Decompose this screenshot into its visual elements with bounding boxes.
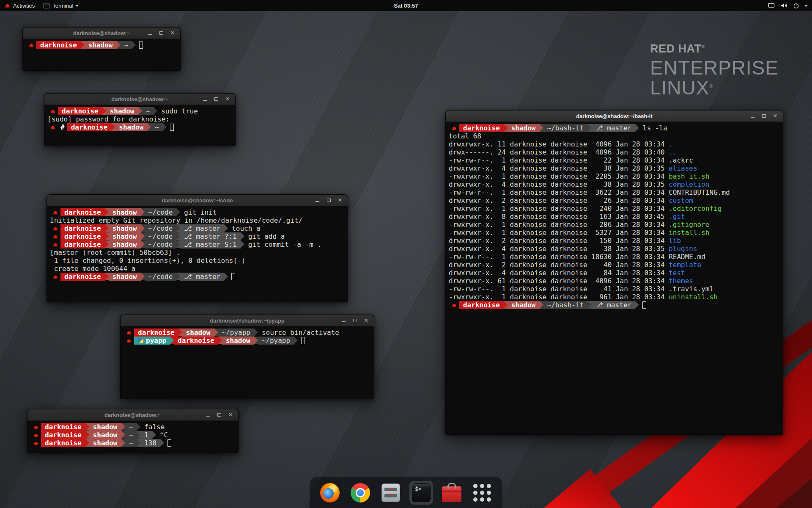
output-text: [master (root-commit) 50bcb63] . — [50, 248, 180, 257]
powerline-arrow — [241, 240, 244, 248]
window-controls: × — [313, 196, 348, 204]
close-button[interactable]: × — [226, 411, 235, 419]
maximize-button[interactable] — [212, 95, 220, 103]
command-text: false — [140, 423, 165, 431]
dock-item-files[interactable] — [379, 481, 403, 505]
path-segment: ~ — [142, 107, 154, 115]
powerline-arrow — [635, 124, 639, 132]
dock-item-firefox[interactable] — [318, 481, 342, 505]
user-segment: darknoise — [36, 41, 81, 49]
terminal-window-home-2[interactable]: darknoise@shadow:~×darknoiseshadow~false… — [27, 409, 239, 453]
system-status-area[interactable]: ▾ — [768, 0, 812, 11]
app-menu-terminal[interactable]: Terminal ▾ — [39, 0, 82, 11]
output-text: total 68 — [449, 132, 481, 140]
maximize-icon — [214, 97, 218, 101]
maximize-button[interactable] — [324, 196, 333, 204]
close-icon: × — [225, 95, 230, 102]
activities-button[interactable]: Activities — [0, 0, 39, 11]
close-button[interactable]: × — [336, 196, 344, 204]
terminal-content[interactable]: darknoiseshadow~/bash-it⎇ masterls -lato… — [446, 122, 783, 311]
dock-item-terminal[interactable]: $> — [409, 481, 433, 505]
close-button[interactable]: × — [362, 316, 370, 325]
host-segment: shadow — [85, 41, 117, 49]
app-menu-label: Terminal — [52, 3, 73, 9]
powerline-arrow — [224, 273, 228, 280]
file-name: custom — [669, 196, 693, 204]
redhat-prompt-icon — [50, 232, 60, 240]
powerline-arrow — [176, 208, 180, 216]
titlebar[interactable]: darknoise@shadow:~× — [23, 28, 180, 39]
terminal-line: drwx------. 24 darknoise darknoise 4096 … — [449, 148, 780, 156]
host-segment: shadow — [182, 329, 214, 337]
powerline-arrow — [504, 124, 508, 132]
close-button[interactable]: × — [168, 29, 177, 37]
titlebar[interactable]: darknoise@shadow:~× — [44, 94, 235, 105]
user-segment: darknoise — [41, 439, 85, 447]
maximize-button[interactable] — [760, 112, 768, 120]
terminal-content[interactable]: darknoiseshadow~ — [23, 39, 180, 51]
terminal-window-sudo[interactable]: darknoise@shadow:~×darknoiseshadow~sudo … — [44, 93, 236, 146]
terminal-window-pyapp[interactable]: darknoise@shadow:~/pyapp×darknoiseshadow… — [120, 315, 374, 399]
terminal-window-bash-it[interactable]: darknoise@shadow:~/bash-it×darknoiseshad… — [445, 110, 783, 435]
dock-item-toolbox[interactable] — [440, 481, 464, 505]
file-name: .git — [669, 213, 685, 221]
minimize-button[interactable] — [339, 316, 348, 325]
command-text: sudo true — [157, 107, 198, 115]
close-button[interactable]: × — [771, 112, 779, 120]
terminal-content[interactable]: darknoiseshadow~sudo true[sudo] password… — [44, 105, 235, 133]
terminal-line: -rwxrwxr-x. 1 darknoise darknoise 240 Ja… — [449, 204, 780, 213]
titlebar[interactable]: darknoise@shadow:~/bash-it× — [446, 110, 783, 122]
output-text: -rw-rw-r--. 1 darknoise darknoise 22 Jan… — [449, 156, 669, 164]
path-segment: ~/code — [145, 208, 177, 216]
powerline-arrow — [85, 423, 89, 431]
powerline-arrow — [147, 123, 151, 131]
powerline-arrow — [241, 232, 244, 240]
powerline-arrow — [105, 232, 109, 240]
minimize-button[interactable] — [203, 411, 212, 419]
terminal-line: Initialized empty Git repository in /hom… — [50, 216, 345, 224]
titlebar[interactable]: darknoise@shadow:~× — [27, 409, 238, 421]
powerline-arrow — [137, 439, 140, 447]
user-segment: darknoise — [60, 224, 105, 232]
close-button[interactable]: × — [223, 95, 232, 103]
terminal-line: darknoiseshadow~/bash-it⎇ master — [449, 301, 780, 309]
minimize-button[interactable] — [145, 29, 154, 37]
maximize-button[interactable] — [215, 411, 223, 419]
minimize-button[interactable] — [200, 95, 209, 103]
maximize-button[interactable] — [351, 316, 359, 325]
terminal-line: darknoiseshadow~/bash-it⎇ masterls -la — [449, 124, 780, 132]
file-name: CONTRIBUTING.md — [669, 188, 730, 196]
minimize-button[interactable] — [748, 112, 757, 120]
venv-segment: pyapp — [134, 337, 170, 345]
window-controls: × — [145, 29, 180, 37]
terminal-window-home-1[interactable]: darknoise@shadow:~×darknoiseshadow~ — [22, 27, 181, 71]
terminal-content[interactable]: darknoiseshadow~/codegit initInitialized… — [47, 206, 348, 283]
terminal-content[interactable]: darknoiseshadow~falsedarknoiseshadow~1^C… — [27, 421, 238, 449]
dock-item-chrome[interactable] — [348, 481, 372, 505]
close-icon: × — [773, 112, 777, 119]
maximize-button[interactable] — [157, 29, 165, 37]
dock-item-appgrid[interactable] — [470, 481, 494, 505]
output-text: drwxrwxr-x. 11 darknoise darknoise 4096 … — [449, 140, 669, 148]
powerline-arrow — [105, 208, 109, 216]
terminal-line: -rwxrwxr-x. 1 darknoise darknoise 2205 J… — [449, 172, 780, 180]
minimize-button[interactable] — [313, 196, 321, 204]
chevron-down-icon: ▾ — [805, 3, 807, 8]
user-segment: darknoise — [41, 423, 85, 431]
terminal-glyph: $> — [415, 486, 422, 492]
git-segment: 1 — [140, 431, 152, 439]
powerline-arrow — [540, 301, 543, 309]
file-manager-icon — [381, 483, 400, 502]
output-text: [sudo] password for darknoise: — [47, 115, 174, 123]
windows-layer: darknoise@shadow:~×darknoiseshadow~darkn… — [0, 0, 812, 508]
titlebar[interactable]: darknoise@shadow:~/pyapp× — [121, 315, 374, 326]
terminal-content[interactable]: darknoiseshadow~/pyappsource bin/activat… — [121, 326, 374, 347]
powerline-arrow — [163, 123, 167, 131]
clock[interactable]: Sat 03:57 — [394, 3, 418, 9]
path-segment: ~ — [125, 439, 137, 447]
host-segment: shadow — [115, 123, 147, 131]
terminal-window-code[interactable]: darknoise@shadow:~/code×darknoiseshadow~… — [47, 194, 348, 302]
titlebar[interactable]: darknoise@shadow:~/code× — [47, 195, 348, 206]
file-name: .ackrc — [669, 156, 693, 164]
path-segment: ~/pyapp — [218, 329, 254, 337]
